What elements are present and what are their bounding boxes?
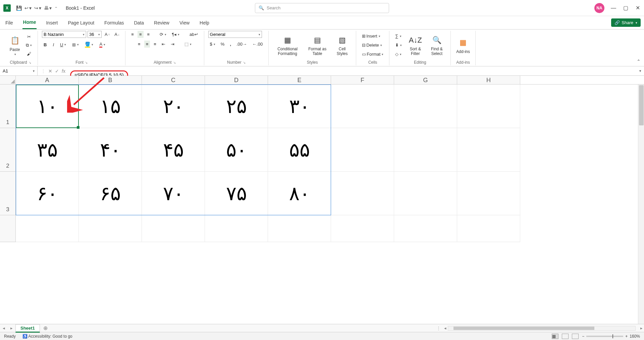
column-header-F[interactable]: F bbox=[331, 76, 394, 84]
cell-G3[interactable] bbox=[394, 172, 457, 215]
cell-styles-button[interactable]: ▧Cell Styles bbox=[332, 34, 352, 56]
cell-B1[interactable]: ۱۵ bbox=[79, 84, 142, 128]
cell-B3[interactable]: ۶۵ bbox=[79, 172, 142, 215]
currency-button[interactable]: $▾ bbox=[208, 41, 217, 48]
fx-icon[interactable]: fx bbox=[62, 68, 65, 74]
close-button[interactable]: ✕ bbox=[635, 5, 641, 11]
horizontal-scrollbar[interactable] bbox=[448, 326, 636, 331]
bold-button[interactable]: B bbox=[42, 41, 48, 48]
qat-customize-icon[interactable]: ⁼ bbox=[55, 6, 57, 10]
column-header-E[interactable]: E bbox=[268, 76, 331, 84]
align-bottom-button[interactable]: ≡ bbox=[146, 31, 152, 38]
hscroll-thumb[interactable] bbox=[453, 327, 594, 330]
paste-button[interactable]: 📋 Paste ▾ bbox=[7, 35, 22, 56]
cell-C2[interactable]: ۴۵ bbox=[142, 128, 205, 172]
zoom-out-button[interactable]: − bbox=[582, 334, 584, 339]
cell-Ex[interactable] bbox=[268, 215, 331, 242]
cancel-formula-button[interactable]: ✕ bbox=[48, 68, 52, 74]
align-center-button[interactable]: ≡ bbox=[144, 41, 150, 48]
cell-F1[interactable] bbox=[331, 84, 394, 128]
row-header-blank[interactable] bbox=[0, 215, 16, 242]
align-top-button[interactable]: ≡ bbox=[129, 31, 136, 38]
align-left-button[interactable]: ≡ bbox=[136, 41, 142, 48]
cell-H1[interactable] bbox=[457, 84, 520, 128]
align-right-button[interactable]: ≡ bbox=[152, 41, 158, 48]
expand-formula-bar-button[interactable]: ▾ bbox=[637, 69, 644, 73]
italic-button[interactable]: I bbox=[51, 41, 56, 48]
fill-button[interactable]: ⬇▾ bbox=[393, 42, 404, 49]
align-middle-button[interactable]: ≡ bbox=[138, 31, 144, 38]
format-as-table-button[interactable]: ▤Format as Table bbox=[304, 34, 330, 56]
sheet-nav-next[interactable]: ▸ bbox=[8, 326, 15, 331]
column-header-H[interactable]: H bbox=[457, 76, 520, 84]
tab-home[interactable]: Home bbox=[22, 16, 37, 29]
scroll-thumb[interactable] bbox=[639, 85, 644, 125]
minimize-button[interactable]: — bbox=[610, 5, 616, 11]
merge-button[interactable]: ⬚▾ bbox=[183, 41, 193, 48]
delete-cells-button[interactable]: ⊟ Delete ▾ bbox=[360, 42, 384, 49]
undo-icon[interactable]: ↩▾ bbox=[24, 5, 32, 11]
increase-indent-button[interactable]: ⇥ bbox=[169, 41, 176, 48]
tab-help[interactable]: Help bbox=[199, 17, 210, 29]
number-launcher[interactable]: ↘ bbox=[243, 61, 246, 64]
cell-D2[interactable]: ۵۰ bbox=[205, 128, 268, 172]
hscroll-right[interactable]: ▸ bbox=[639, 326, 644, 331]
alignment-launcher[interactable]: ↘ bbox=[173, 61, 176, 64]
font-name-select[interactable]: B Nazanin▾ bbox=[42, 31, 86, 38]
tab-file[interactable]: File bbox=[5, 17, 14, 29]
decrease-decimal-button[interactable]: ←.00 bbox=[251, 41, 264, 48]
clear-button[interactable]: ◇▾ bbox=[393, 51, 403, 58]
cell-B2[interactable]: ۴۰ bbox=[79, 128, 142, 172]
zoom-value[interactable]: 160% bbox=[630, 334, 640, 339]
zoom-in-button[interactable]: + bbox=[625, 334, 628, 339]
tab-review[interactable]: Review bbox=[153, 17, 170, 29]
cell-F2[interactable] bbox=[331, 128, 394, 172]
cell-H2[interactable] bbox=[457, 128, 520, 172]
sheet-tab-sheet1[interactable]: Sheet1 bbox=[15, 324, 40, 333]
copy-button[interactable]: ⧉▾ bbox=[24, 42, 34, 49]
cell-Bx[interactable] bbox=[79, 215, 142, 242]
format-painter-button[interactable]: 🖌 bbox=[25, 50, 33, 57]
autosum-button[interactable]: ∑▾ bbox=[393, 33, 403, 40]
clipboard-launcher[interactable]: ↘ bbox=[29, 61, 31, 64]
cell-Cx[interactable] bbox=[142, 215, 205, 242]
tab-split-handle[interactable]: ⋮ bbox=[434, 326, 443, 331]
cell-E3[interactable]: ۸۰ bbox=[268, 172, 331, 215]
row-header-3[interactable]: 3 bbox=[0, 172, 16, 215]
tab-data[interactable]: Data bbox=[133, 17, 145, 29]
percent-button[interactable]: % bbox=[219, 41, 226, 48]
cell-Ax[interactable] bbox=[16, 215, 79, 242]
share-button[interactable]: 🔗 Share ▾ bbox=[611, 18, 641, 27]
comma-button[interactable]: , bbox=[228, 41, 233, 48]
fill-color-button[interactable]: 🪣▾ bbox=[83, 41, 95, 49]
tab-view[interactable]: View bbox=[179, 17, 190, 29]
font-size-select[interactable]: 36▾ bbox=[88, 31, 102, 38]
sheet-nav-prev[interactable]: ◂ bbox=[0, 326, 8, 331]
hscroll-left[interactable]: ◂ bbox=[443, 326, 448, 331]
cell-A1[interactable]: ۱۰ bbox=[16, 84, 79, 128]
cell-Dx[interactable] bbox=[205, 215, 268, 242]
zoom-knob[interactable] bbox=[612, 334, 613, 338]
row-header-2[interactable]: 2 bbox=[0, 128, 16, 172]
find-select-button[interactable]: 🔍Find & Select bbox=[427, 34, 446, 56]
cell-E2[interactable]: ۵۵ bbox=[268, 128, 331, 172]
tab-insert[interactable]: Insert bbox=[45, 17, 58, 29]
cell-D1[interactable]: ۲۵ bbox=[205, 84, 268, 128]
cell-A2[interactable]: ۳۵ bbox=[16, 128, 79, 172]
wrap-text-button[interactable]: ab↵ bbox=[188, 31, 200, 38]
cell-E1[interactable]: ۳۰ bbox=[268, 84, 331, 128]
enter-formula-button[interactable]: ✓ bbox=[55, 68, 59, 74]
column-header-D[interactable]: D bbox=[205, 76, 268, 84]
cell-Gx[interactable] bbox=[394, 215, 457, 242]
insert-cells-button[interactable]: ⊞ Insert ▾ bbox=[360, 33, 382, 40]
redo-icon[interactable]: ↪▾ bbox=[34, 5, 41, 11]
addins-button[interactable]: ▦Add-ins bbox=[455, 37, 471, 54]
normal-view-button[interactable]: ▦ bbox=[552, 334, 558, 339]
increase-decimal-button[interactable]: .00→ bbox=[235, 41, 249, 48]
user-avatar[interactable]: NA bbox=[594, 3, 604, 13]
cell-Hx[interactable] bbox=[457, 215, 520, 242]
decrease-font-button[interactable]: A↓ bbox=[113, 31, 121, 38]
collapse-ribbon-button[interactable]: ⌃ bbox=[637, 59, 641, 64]
underline-button[interactable]: U▾ bbox=[58, 41, 68, 48]
search-box[interactable]: 🔍 Search bbox=[255, 3, 389, 13]
